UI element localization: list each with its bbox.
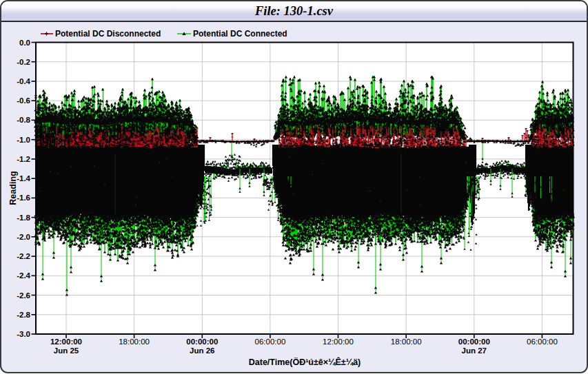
svg-text:-1.4: -1.4 xyxy=(17,174,30,183)
svg-text:-0.4: -0.4 xyxy=(17,77,30,85)
svg-text:Date/Time(ÖÐ¹ú±ê×¼Ê±¼ä): Date/Time(ÖÐ¹ú±ê×¼Ê±¼ä) xyxy=(249,357,361,367)
svg-text:-1.0: -1.0 xyxy=(17,136,30,144)
svg-text:-1.8: -1.8 xyxy=(17,214,30,222)
svg-text:-0.2: -0.2 xyxy=(17,58,30,66)
svg-text:0.0: 0.0 xyxy=(19,39,30,47)
svg-text:Potential DC Disconnected: Potential DC Disconnected xyxy=(55,29,161,39)
svg-text:-2.2: -2.2 xyxy=(17,252,30,260)
svg-text:-1.6: -1.6 xyxy=(17,194,30,202)
svg-text:-2.0: -2.0 xyxy=(17,233,30,241)
svg-text:-1.2: -1.2 xyxy=(17,155,30,163)
svg-text:Jun 25: Jun 25 xyxy=(54,346,79,355)
svg-text:-2.6: -2.6 xyxy=(17,291,30,300)
svg-text:18:00:00: 18:00:00 xyxy=(391,337,422,346)
svg-text:-3.0: -3.0 xyxy=(17,330,30,338)
svg-text:Jun 26: Jun 26 xyxy=(190,346,214,355)
svg-text:Potential DC Connected: Potential DC Connected xyxy=(193,29,287,39)
svg-text:Jun 27: Jun 27 xyxy=(462,346,487,355)
svg-text:-2.4: -2.4 xyxy=(17,271,30,280)
svg-text:12:00:00: 12:00:00 xyxy=(50,337,82,346)
svg-text:06:00:00: 06:00:00 xyxy=(527,337,558,346)
svg-text:-0.8: -0.8 xyxy=(17,116,30,124)
svg-text:Reading: Reading xyxy=(8,171,18,205)
svg-text:12:00:00: 12:00:00 xyxy=(323,337,354,346)
svg-text:00:00:00: 00:00:00 xyxy=(458,337,490,346)
svg-text:-2.8: -2.8 xyxy=(17,311,30,319)
svg-text:-0.6: -0.6 xyxy=(17,96,30,105)
svg-text:18:00:00: 18:00:00 xyxy=(119,337,150,346)
svg-text:06:00:00: 06:00:00 xyxy=(255,337,286,346)
svg-text:00:00:00: 00:00:00 xyxy=(186,337,218,346)
